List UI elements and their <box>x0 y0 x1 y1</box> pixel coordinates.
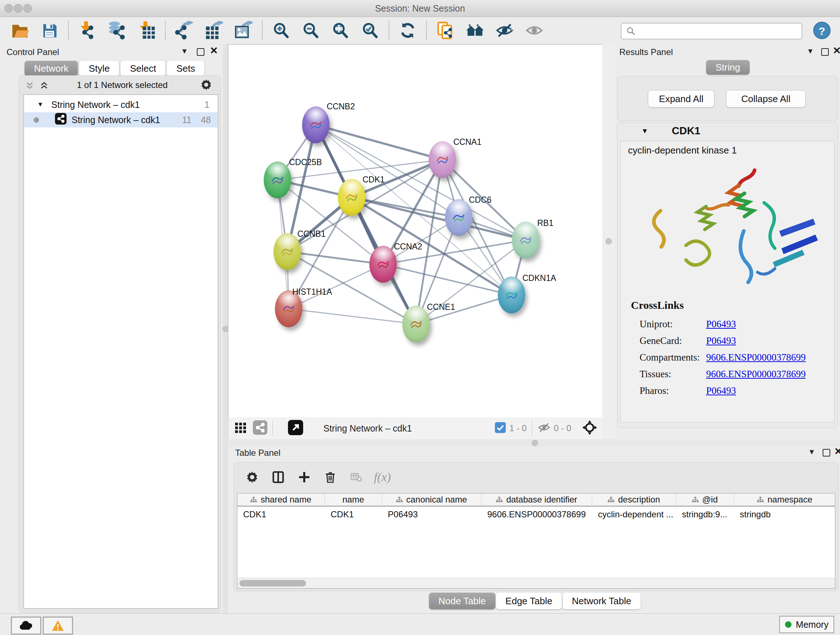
table-cell[interactable]: P06493 <box>382 507 482 523</box>
column-header-namespace[interactable]: namespace <box>734 494 835 506</box>
horizontal-scrollbar-thumb[interactable] <box>240 580 306 586</box>
chevron-double-down-icon[interactable] <box>25 81 34 92</box>
tree-expand-icon[interactable]: ▼ <box>37 101 43 108</box>
tab-network[interactable]: Network <box>25 61 78 76</box>
tab-sets[interactable]: Sets <box>167 61 204 76</box>
export-network-icon[interactable] <box>174 20 195 41</box>
tab-string[interactable]: String <box>706 60 750 74</box>
expand-all-button[interactable]: Expand All <box>648 90 714 108</box>
open-in-new-window-icon[interactable] <box>288 420 303 437</box>
node-CDKN1A[interactable] <box>498 277 525 314</box>
left-splitter[interactable] <box>223 44 228 613</box>
title-bar: Session: New Session <box>0 0 840 17</box>
crosslink-value-link[interactable]: 9606.ENSP00000378699 <box>706 369 806 380</box>
tab-style[interactable]: Style <box>79 61 119 76</box>
memory-button[interactable]: Memory <box>779 616 834 633</box>
crosslink-value-link[interactable]: 9606.ENSP00000378699 <box>706 352 806 363</box>
tab-node-table[interactable]: Node Table <box>429 593 495 609</box>
node-CCNB1[interactable] <box>273 233 301 270</box>
cloud-status-button[interactable] <box>11 616 41 635</box>
help-icon[interactable]: ? <box>813 22 831 39</box>
bottom-splitter-handle[interactable] <box>532 440 538 446</box>
table-panel-menu-icon[interactable]: ▼ <box>808 448 815 456</box>
fit-content-crosshair-icon[interactable] <box>582 420 597 437</box>
table-cell[interactable]: stringdb:9... <box>676 507 734 523</box>
search-input[interactable] <box>621 23 802 40</box>
string-home-icon[interactable] <box>464 20 485 41</box>
zoom-in-icon[interactable] <box>271 20 292 41</box>
tab-network-table[interactable]: Network Table <box>562 593 641 609</box>
crosslinks-list: Uniprot:P06493GeneCard:P06493Compartment… <box>639 316 828 399</box>
selected-checkbox-icon[interactable] <box>495 422 506 434</box>
function-builder-icon[interactable]: f(x) <box>373 468 392 486</box>
control-panel-float-icon[interactable] <box>197 48 204 56</box>
network-options-gear-icon[interactable] <box>200 79 212 92</box>
chevron-double-up-icon[interactable] <box>39 81 49 92</box>
export-table-icon[interactable] <box>203 20 224 41</box>
export-image-icon[interactable] <box>233 20 254 41</box>
table-cell[interactable]: 9606.ENSP00000378699 <box>482 507 592 523</box>
open-session-icon[interactable] <box>9 20 30 41</box>
string-protein-query-icon[interactable] <box>435 20 456 41</box>
crosslink-value-link[interactable]: P06493 <box>706 335 736 347</box>
zoom-fit-icon[interactable] <box>330 20 351 41</box>
add-column-icon[interactable] <box>295 468 314 486</box>
tab-edge-table[interactable]: Edge Table <box>496 593 562 609</box>
column-header-canonical-name[interactable]: canonical name <box>382 494 482 506</box>
results-panel-close-icon[interactable]: ✕ <box>833 47 840 54</box>
import-network-database-icon[interactable] <box>106 20 127 41</box>
right-splitter[interactable] <box>602 44 615 439</box>
gene-collapse-icon[interactable]: ▼ <box>641 127 648 135</box>
hidden-eye-slash-icon[interactable] <box>537 421 551 436</box>
crosslink-value-link[interactable]: P06493 <box>706 318 736 330</box>
right-splitter-handle[interactable] <box>606 238 612 244</box>
results-panel-menu-icon[interactable]: ▼ <box>807 47 814 55</box>
results-panel-float-icon[interactable] <box>821 48 829 56</box>
node-CDK1[interactable] <box>338 179 365 216</box>
zoom-out-icon[interactable] <box>300 20 321 41</box>
table-panel-close-icon[interactable]: ✕ <box>834 448 840 455</box>
table-cell[interactable]: cyclin-dependent ... <box>592 507 676 523</box>
delete-table-icon[interactable] <box>347 468 366 486</box>
table-panel-float-icon[interactable] <box>823 449 830 456</box>
column-header-name[interactable]: name <box>325 494 382 506</box>
node-CDC25B[interactable] <box>264 162 291 198</box>
show-all-icon[interactable] <box>524 20 545 41</box>
hide-selected-icon[interactable] <box>494 20 515 41</box>
save-session-icon[interactable] <box>39 20 60 41</box>
horizontal-scrollbar[interactable] <box>237 578 835 588</box>
node-CCNA2[interactable] <box>369 246 397 283</box>
table-row[interactable]: CDK1CDK1P064939606.ENSP00000378699cyclin… <box>237 507 835 523</box>
table-gear-icon[interactable] <box>243 468 262 486</box>
refresh-view-icon[interactable] <box>397 20 418 41</box>
zoom-selected-icon[interactable] <box>360 20 381 41</box>
birdseye-share-icon[interactable] <box>253 420 267 436</box>
bottom-splitter[interactable] <box>228 439 840 447</box>
crosslink-value-link[interactable]: P06493 <box>706 385 736 396</box>
network-row-selected[interactable]: String Network – cdk1 11 48 <box>24 112 218 127</box>
table-cell[interactable]: CDK1 <box>237 507 325 523</box>
column-header--id[interactable]: @id <box>676 494 734 506</box>
control-panel-close-icon[interactable]: ✕ <box>210 47 218 54</box>
tab-select[interactable]: Select <box>120 61 165 76</box>
column-header-shared-name[interactable]: shared name <box>237 494 325 506</box>
import-table-file-icon[interactable] <box>136 20 157 41</box>
delete-column-trash-icon[interactable] <box>321 468 340 486</box>
node-CCNE1[interactable] <box>402 306 430 342</box>
table-cell[interactable]: stringdb <box>734 507 835 523</box>
table-cell[interactable]: CDK1 <box>325 507 382 523</box>
select-columns-icon[interactable] <box>269 468 287 486</box>
network-collection-row[interactable]: ▼ String Network – cdk1 1 <box>24 97 218 112</box>
node-CCNA1[interactable] <box>429 141 456 178</box>
node-RB1[interactable] <box>512 222 539 258</box>
control-panel-menu-icon[interactable]: ▼ <box>181 47 188 55</box>
column-header-description[interactable]: description <box>592 494 676 506</box>
collapse-all-button[interactable]: Collapse All <box>726 90 806 108</box>
node-CCNB2[interactable] <box>302 106 330 143</box>
network-canvas[interactable]: CCNB2CCNA1CDC25BCDK1CDC6RB1CCNB1CCNA2CDK… <box>228 44 603 418</box>
column-header-database-identifier[interactable]: database identifier <box>482 494 592 506</box>
view-grid-icon[interactable] <box>234 421 247 435</box>
import-network-file-icon[interactable] <box>77 20 98 41</box>
node-CDC6[interactable] <box>445 199 472 236</box>
warning-status-button[interactable] <box>43 616 73 635</box>
